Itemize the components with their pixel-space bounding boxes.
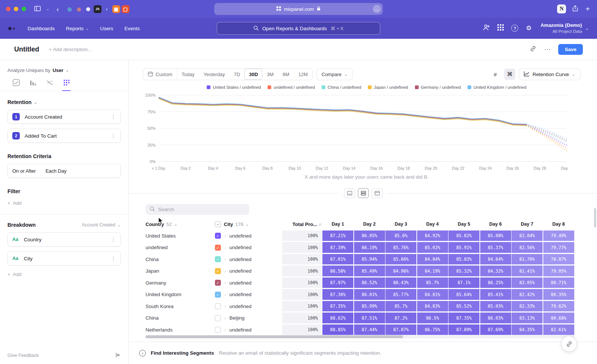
legend-china[interactable]: China / undefined [322, 85, 361, 90]
row-checkbox[interactable] [215, 315, 221, 321]
retention-value-cell[interactable]: 87.2% [385, 313, 416, 323]
nav-dashboards[interactable]: Dashboards [28, 26, 55, 31]
retention-value-cell[interactable]: 85.77% [385, 289, 416, 300]
step-event-label[interactable]: Account Created [25, 114, 62, 120]
flame-favicon[interactable]: ▣ [112, 5, 120, 13]
apps-grid-icon[interactable] [497, 24, 504, 32]
total-column-header[interactable]: Total Pro... [293, 222, 317, 227]
retention-step-1[interactable]: 1 Account Created ⋮ [7, 110, 121, 124]
expand-chevron-icon[interactable]: › [225, 257, 226, 261]
retention-value-cell[interactable]: 84.32% [480, 266, 511, 276]
breakdown-label[interactable]: City [24, 256, 32, 261]
row-checkbox[interactable]: ✓ [215, 245, 221, 251]
tab-retention[interactable] [62, 79, 71, 91]
retention-value-cell[interactable]: 85.94% [354, 254, 385, 265]
retention-value-cell[interactable]: 80.68% [543, 313, 574, 323]
retention-value-cell[interactable]: 88.62% [322, 313, 353, 323]
compare-button[interactable]: Compare ⌄ [316, 68, 353, 80]
day-header[interactable]: Day 7 [512, 222, 543, 227]
chevron-down-icon[interactable]: ⌄ [174, 222, 177, 227]
cube-favicon[interactable]: ⬢ [84, 5, 92, 13]
notion-extension-icon[interactable]: N [557, 4, 566, 13]
retention-value-cell[interactable]: 79.62% [543, 301, 574, 312]
retention-value-cell[interactable]: 82.33% [512, 301, 543, 312]
target-favicon[interactable]: ◎ [66, 5, 74, 13]
retention-value-cell[interactable]: 85.7% [417, 277, 448, 288]
row-checkbox[interactable]: ✓ [215, 233, 221, 239]
view-split-button[interactable] [358, 188, 369, 198]
table-search-input[interactable]: Search [146, 204, 249, 215]
retention-value-cell[interactable]: 87.01% [322, 254, 353, 265]
retention-value-cell[interactable]: 81.41% [512, 266, 543, 276]
retention-value-cell[interactable]: 85.02% [417, 242, 448, 253]
retention-value-cell[interactable]: 85.49% [354, 266, 385, 276]
invite-users-icon[interactable] [482, 24, 490, 32]
browser-sidebar-icon[interactable] [33, 6, 42, 12]
retention-value-cell[interactable]: 86.43% [385, 277, 416, 288]
retention-value-cell[interactable]: 84.81% [417, 289, 448, 300]
retention-value-cell[interactable]: 85.64% [448, 289, 479, 300]
tab-insights[interactable] [12, 79, 20, 91]
retention-value-cell[interactable]: 85.82% [448, 230, 479, 241]
range-yesterday[interactable]: Yesterday [199, 69, 229, 80]
retention-step-2[interactable]: 2 Added To Cart ⋮ [7, 129, 121, 143]
retention-value-cell[interactable]: 82.61% [543, 324, 574, 335]
tab-funnels[interactable] [29, 79, 37, 91]
chevron-down-icon[interactable]: ⌄ [246, 222, 249, 227]
chart-type-dropdown[interactable]: Retention Curve ⌄ [519, 68, 581, 80]
legend-germany[interactable]: Germany / undefined [415, 85, 461, 90]
retention-value-cell[interactable]: 86.01% [354, 289, 385, 300]
tab-flows[interactable] [46, 79, 54, 91]
range-6m[interactable]: 6M [278, 69, 294, 80]
project-selector[interactable]: Amazonia {Demo} All Project Data ⌄ [539, 22, 589, 34]
criteria-interval[interactable]: Each Day [46, 168, 66, 174]
retention-value-cell[interactable]: 85.41% [480, 289, 511, 300]
step-options-icon[interactable]: ⋮ [111, 114, 116, 120]
row-checkbox[interactable]: ✓ [215, 268, 221, 274]
table-row[interactable]: China✓›undefined100%87.01%85.94%85.66%84… [146, 254, 594, 265]
horizontal-scrollbar[interactable] [146, 335, 575, 338]
retention-value-cell[interactable]: 87.36% [322, 289, 353, 300]
day-header[interactable]: Day 8 [543, 222, 574, 227]
retention-value-cell[interactable]: 86.75% [417, 324, 448, 335]
table-row[interactable]: South Korea›undefined100%87.35%85.99%85.… [146, 301, 594, 312]
expand-chevron-icon[interactable]: › [225, 327, 226, 332]
row-checkbox[interactable]: ✓ [215, 280, 221, 286]
retention-value-cell[interactable]: 86.05% [354, 230, 385, 241]
day-header[interactable]: Day 6 [480, 222, 511, 227]
retention-value-cell[interactable]: 84.35% [512, 324, 543, 335]
retention-value-cell[interactable]: 87.89% [448, 324, 479, 335]
retention-value-cell[interactable]: 87.35% [322, 301, 353, 312]
app-favicon[interactable]: ▢ [122, 5, 129, 13]
retention-value-cell[interactable]: 84.96% [385, 266, 416, 276]
select-all-checkbox[interactable]: – [215, 221, 221, 227]
retention-value-cell[interactable]: 85.52% [448, 301, 479, 312]
report-title[interactable]: Untitled [14, 46, 39, 53]
expand-chevron-icon[interactable]: › [225, 280, 226, 285]
retention-value-cell[interactable]: 87.51% [354, 313, 385, 323]
breakdown-label[interactable]: Country [24, 237, 41, 242]
retention-value-cell[interactable]: 87.21% [322, 230, 353, 241]
range-30d[interactable]: 30D [244, 69, 262, 80]
sort-icon[interactable]: ↓↑ [319, 222, 322, 226]
retention-value-cell[interactable]: 82.04% [512, 230, 543, 241]
retention-value-cell[interactable]: 87.1% [448, 277, 479, 288]
expand-chevron-icon[interactable]: › [225, 245, 226, 250]
day-header[interactable]: Day 4 [417, 222, 448, 227]
range-custom[interactable]: Custom [143, 69, 177, 80]
table-row[interactable]: undefined✓›undefined100%87.39%86.19%85.7… [146, 242, 594, 253]
retention-value-cell[interactable]: 85.6% [385, 230, 416, 241]
add-breakdown-button[interactable]: + Add [7, 272, 121, 277]
retention-value-cell[interactable]: 85.08% [480, 230, 511, 241]
legend-undefined[interactable]: undefined / undefined [268, 85, 315, 90]
row-checkbox[interactable]: ✓ [215, 292, 221, 298]
retention-value-cell[interactable]: 84.19% [417, 266, 448, 276]
city-column-header[interactable]: City [224, 222, 233, 227]
range-3m[interactable]: 3M [262, 69, 278, 80]
url-options-icon[interactable]: … [373, 5, 381, 13]
retention-value-cell[interactable]: 87.07% [385, 324, 416, 335]
retention-value-cell[interactable]: 84.92% [417, 230, 448, 241]
expand-chevron-icon[interactable]: › [225, 269, 226, 273]
retention-value-cell[interactable]: 79.49% [543, 230, 574, 241]
range-today[interactable]: Today [177, 69, 199, 80]
